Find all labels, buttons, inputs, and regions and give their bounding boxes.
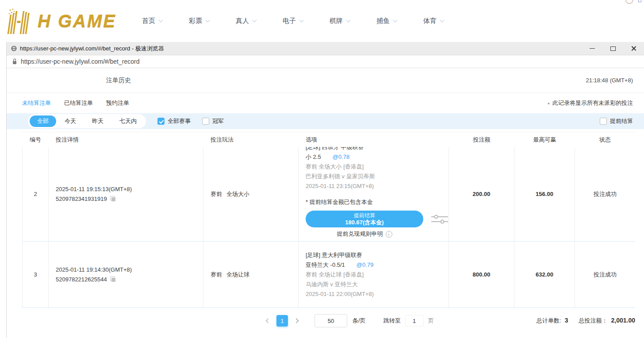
match-teams: 巴利亚多利德 v 皇家贝蒂斯 [306, 172, 448, 181]
table-header: 编号 投注详情 投注玩法 选项 投注额 最高可赢 状态 [22, 132, 635, 147]
bet-id: 5209782341931919 [56, 196, 107, 202]
tab-unsettled[interactable]: 未结算注单 [22, 99, 51, 107]
early-settle-checkbox[interactable]: 提前结算 [600, 117, 633, 125]
nav-item-lottery[interactable]: 彩票 [189, 17, 209, 25]
all-events-label: 全部赛事 [168, 117, 191, 125]
pagination-controls: 1 条/页 跳转至 页 [263, 314, 434, 327]
prev-page-button[interactable] [263, 315, 273, 326]
jump-to-label: 跳转至 [383, 317, 401, 325]
page-size-input[interactable] [314, 314, 347, 327]
bet-time: 2025-01-11 19:14:30(GMT+8) [56, 266, 203, 273]
logo[interactable]: H GAME [7, 8, 116, 35]
date-filter-today[interactable]: 今天 [57, 115, 84, 127]
date-range-group: 全部 今天 昨天 七天内 [28, 114, 146, 128]
total-amount: 2,001.00 [611, 317, 636, 324]
option-cell: [足球] 西班牙 甲级联赛 小 2.5 @0.78 赛前 全场大小 [香港盘] … [299, 147, 449, 241]
browser-window: https://user-pc-new.jylywl.com/#/bet_rec… [6, 42, 644, 338]
minimize-button[interactable] [582, 42, 602, 55]
address-url: https://user-pc-new.jylywl.com/#/bet_rec… [21, 58, 139, 65]
play-phase: 赛前 [211, 271, 222, 279]
all-events-checkbox[interactable]: 全部赛事 [157, 117, 191, 125]
page-title: 注单历史 [106, 77, 131, 84]
minimize-icon [590, 48, 595, 49]
early-settle-row: 提前结算 180.67(含本金) [306, 211, 423, 227]
chevron-down-icon [206, 18, 210, 23]
early-cashout-rule-text: 提前兑现规则申明 [337, 230, 383, 238]
browser-titlebar[interactable]: https://user-pc-new.jylywl.com/#/bet_rec… [7, 42, 644, 55]
maximize-button[interactable] [602, 42, 623, 55]
lock-icon [12, 58, 17, 65]
next-page-button[interactable] [291, 315, 301, 326]
window-controls [582, 42, 644, 55]
nav-item-fishing[interactable]: 捕鱼 [376, 17, 397, 25]
total-count-label: 总计单数: [537, 317, 561, 325]
checkbox-unchecked-icon [600, 118, 607, 125]
filter-bar: 全部 今天 昨天 七天内 全部赛事 冠军 提前结算 [7, 113, 644, 129]
header-status: 状态 [575, 136, 635, 144]
play-market: 全场让球 [226, 271, 249, 279]
tab-reserved[interactable]: 预约注单 [106, 99, 129, 107]
league-name: [足球] 西班牙 甲级联赛 [306, 147, 448, 152]
table-row: 3 2025-01-11 19:14:30(GMT+8) 52097822126… [22, 242, 635, 308]
chevron-down-icon [393, 18, 398, 23]
tab-settled[interactable]: 已结算注单 [64, 99, 93, 107]
play-cell: 赛前 全场让球 [203, 242, 299, 307]
top-nav: H GAME 首页 彩票 真人 电子 棋牌 捕鱼 体育 [0, 0, 644, 42]
early-settle-button[interactable]: 提前结算 180.67(含本金) [306, 211, 423, 227]
header-play: 投注玩法 [203, 136, 299, 144]
chevron-down-icon [159, 18, 163, 23]
nav-item-live[interactable]: 真人 [236, 17, 256, 25]
nav-label: 电子 [283, 17, 296, 25]
market-info: 赛前 全场大小 [香港盘] [306, 162, 448, 172]
nav-item-slots[interactable]: 电子 [283, 17, 303, 25]
date-filter-yesterday[interactable]: 昨天 [84, 115, 111, 127]
bet-id-line: 5209782212625544 [56, 276, 203, 283]
nav-label: 首页 [142, 17, 155, 25]
play-cell: 赛前 全场大小 [203, 147, 299, 241]
info-icon[interactable]: i [386, 231, 392, 238]
chevron-down-icon [253, 18, 257, 23]
option-cell: [足球] 意大利甲级联赛 亚特兰大 -0.5/1 @0.79 赛前 全场让球 [… [299, 242, 449, 307]
table-row: 2 2025-01-11 19:15:13(GMT+8) 52097823419… [22, 147, 635, 242]
odds: @0.78 [333, 152, 350, 162]
header-details: 投注详情 [49, 136, 203, 144]
nav-label: 体育 [423, 17, 437, 25]
total-amount-label: 总投注额： [579, 317, 608, 325]
total-count: 3 [565, 317, 568, 324]
early-cashout-rule-link[interactable]: 提前兑现规则申明 i [306, 230, 423, 238]
main-nav: 首页 彩票 真人 电子 棋牌 捕鱼 体育 [142, 17, 444, 25]
copy-icon[interactable] [110, 196, 116, 202]
row-number: 2 [22, 147, 49, 241]
browser-addressbar[interactable]: https://user-pc-new.jylywl.com/#/bet_rec… [7, 55, 644, 68]
row-number: 3 [22, 242, 49, 307]
bet-amount: 800.00 [449, 242, 514, 307]
match-time: 2025-01-11 23:15(GMT+8) [306, 181, 448, 191]
market-info: 赛前 全场让球 [香港盘] [306, 270, 448, 280]
date-filter-all[interactable]: 全部 [30, 115, 56, 127]
early-settle-label: 提前结算 [610, 117, 633, 125]
nav-label: 真人 [236, 17, 249, 25]
pick: 小 2.5 [306, 152, 321, 162]
nav-item-home[interactable]: 首页 [142, 17, 162, 25]
champion-checkbox[interactable]: 冠军 [202, 117, 224, 125]
bullet-icon: • [548, 100, 550, 107]
nav-item-cards[interactable]: 棋牌 [330, 17, 350, 25]
pick-line: 亚特兰大 -0.5/1 @0.79 [306, 260, 448, 270]
jump-unit-label: 页 [428, 317, 434, 325]
bet-time: 2025-01-11 19:15:13(GMT+8) [56, 186, 203, 192]
bet-id-line: 5209782341931919 [56, 196, 203, 202]
header-no: 编号 [22, 136, 49, 144]
sliders-icon[interactable] [430, 213, 449, 225]
copy-icon[interactable] [110, 277, 116, 282]
champion-label: 冠军 [212, 117, 224, 125]
status-badge: 投注成功 [575, 242, 635, 307]
clock: 21:18:48 (GMT+8) [586, 77, 633, 84]
current-page-button[interactable]: 1 [276, 315, 288, 326]
close-button[interactable] [623, 42, 644, 55]
chevron-down-icon [440, 18, 445, 23]
jump-page-input[interactable] [405, 315, 424, 326]
header-option: 选项 [299, 136, 449, 144]
date-filter-7days[interactable]: 七天内 [112, 115, 144, 127]
match-time: 2025-01-11 22:00(GMT+8) [306, 289, 448, 299]
nav-item-sports[interactable]: 体育 [423, 17, 444, 25]
